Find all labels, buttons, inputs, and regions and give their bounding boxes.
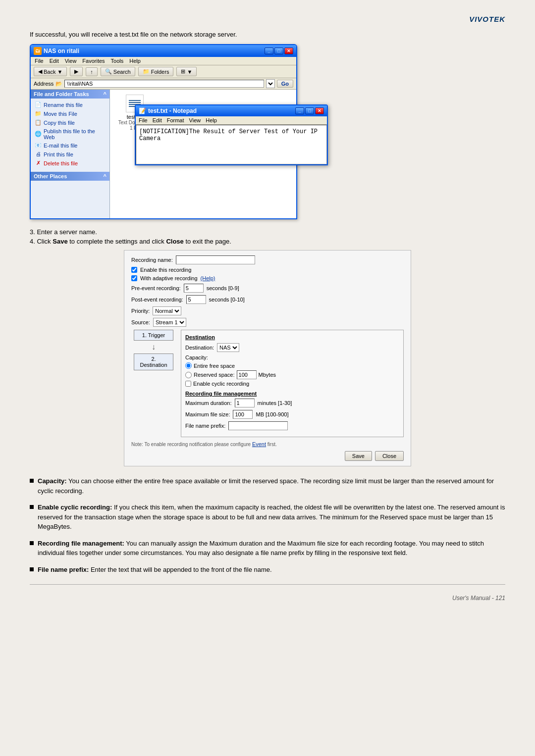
priority-select[interactable]: Normal <box>153 306 181 315</box>
forward-icon: ▶ <box>74 68 78 75</box>
notepad-maximize[interactable]: □ <box>305 107 314 114</box>
up-button[interactable]: ↑ <box>86 67 98 76</box>
file-tasks-header: File and Folder Tasks ^ <box>31 90 109 99</box>
notepad-title: test.txt - Notepad <box>148 107 197 114</box>
enable-recording-checkbox[interactable] <box>131 267 137 273</box>
np-menu-format[interactable]: Format <box>167 117 184 123</box>
nas-window-title: NAS on ritali <box>44 48 79 54</box>
sidebar-item-delete[interactable]: ✗ Delete this file <box>33 159 107 168</box>
folders-button[interactable]: 📁 Folders <box>138 67 174 76</box>
bullet-capacity-bold: Capacity: <box>38 477 67 485</box>
file-prefix-input[interactable] <box>228 421 288 430</box>
save-button[interactable]: Save <box>345 451 372 461</box>
notepad-content[interactable]: [NOTIFICATION]The Result of Server Test … <box>136 125 327 164</box>
bullet-square-2 <box>30 505 34 509</box>
menu-edit[interactable]: Edit <box>50 58 59 64</box>
search-icon: 🔍 <box>105 68 112 75</box>
sidebar-item-publish[interactable]: 🌐 Publish this file to the Web <box>33 127 107 141</box>
maximize-button[interactable]: □ <box>274 48 283 54</box>
entire-free-space-label: Entire free space <box>194 363 235 369</box>
reserved-value-input[interactable] <box>237 370 257 379</box>
forward-button[interactable]: ▶ <box>70 67 83 76</box>
folders-icon: 📁 <box>143 68 150 75</box>
reserved-space-row: Reserved space: Mbytes <box>185 370 399 379</box>
sidebar-item-rename[interactable]: 📄 Rename this file <box>33 101 107 109</box>
post-event-input[interactable] <box>186 295 206 304</box>
reserved-space-radio[interactable] <box>185 372 192 378</box>
go-button[interactable]: Go <box>277 80 293 88</box>
file-prefix-row: File name prefix: <box>185 421 399 430</box>
notepad-close[interactable]: ✕ <box>315 107 324 114</box>
np-menu-file[interactable]: File <box>139 117 148 123</box>
cyclic-label: Enable cyclic recording <box>193 381 249 387</box>
back-dropdown-icon: ▼ <box>57 69 62 75</box>
menu-favorites[interactable]: Favorites <box>82 58 105 64</box>
pre-event-label: Pre-event recording: <box>131 285 181 291</box>
max-filesize-row: Maximum file size: MB [100-900] <box>185 410 399 419</box>
np-menu-edit[interactable]: Edit <box>153 117 162 123</box>
priority-label: Priority: <box>131 308 150 314</box>
max-filesize-input[interactable] <box>233 410 253 419</box>
bullet-square-1 <box>30 479 34 483</box>
sidebar-item-print[interactable]: 🖨 Print this file <box>33 150 107 159</box>
other-places-header: Other Places ^ <box>31 172 109 181</box>
views-button[interactable]: ⊞▼ <box>176 67 197 76</box>
close-button-form[interactable]: Close <box>375 451 404 461</box>
notepad-menubar: File Edit Format View Help <box>136 116 327 125</box>
address-dropdown[interactable] <box>266 79 275 88</box>
back-label: Back <box>44 69 55 75</box>
bullet-prefix-text: Enter the text that will be appended to … <box>91 566 272 573</box>
adaptive-checkbox[interactable] <box>131 275 137 281</box>
help-link[interactable]: (Help) <box>201 275 215 281</box>
menu-tools[interactable]: Tools <box>111 58 124 64</box>
sidebar-item-copy[interactable]: 📋 Copy this file <box>33 118 107 127</box>
steps-section: 3. Enter a server name. 4. Click Save to… <box>30 228 505 245</box>
reserved-unit: Mbytes <box>259 372 276 378</box>
file-tasks-collapse-icon[interactable]: ^ <box>104 91 107 97</box>
address-folder-icon: 📂 <box>55 81 62 87</box>
entire-free-space-radio[interactable] <box>185 362 192 369</box>
close-button[interactable]: ✕ <box>284 48 293 54</box>
source-select[interactable]: Stream 1 <box>153 318 186 327</box>
move-icon: 📁 <box>35 110 42 117</box>
delete-icon: ✗ <box>35 160 42 167</box>
np-menu-view[interactable]: View <box>189 117 201 123</box>
event-link[interactable]: Event <box>252 441 266 447</box>
bullet-recording-mgmt: Recording file management: You can manua… <box>30 539 505 558</box>
other-places-collapse-icon[interactable]: ^ <box>104 173 107 179</box>
enable-recording-row: Enable this recording <box>131 267 404 273</box>
recording-name-input[interactable] <box>176 255 255 264</box>
sidebar-item-move[interactable]: 📁 Move this File <box>33 109 107 118</box>
destination-box-left[interactable]: 2. Destination <box>134 353 173 370</box>
minimize-button[interactable]: _ <box>265 48 273 54</box>
menu-view[interactable]: View <box>65 58 77 64</box>
max-duration-input[interactable] <box>235 399 255 407</box>
form-note: Note: To enable recording notification p… <box>131 441 404 447</box>
menu-file[interactable]: File <box>35 58 44 64</box>
menu-help[interactable]: Help <box>129 58 141 64</box>
nas-titlebar: 🗂 NAS on ritali _ □ ✕ <box>31 45 296 57</box>
recording-form: Recording name: Enable this recording Wi… <box>124 250 411 466</box>
bullet-square-4 <box>30 567 34 571</box>
np-menu-help[interactable]: Help <box>206 117 217 123</box>
trigger-column: 1. Trigger ↓ 2. Destination <box>131 330 176 437</box>
max-duration-label: Maximum duration: <box>185 400 232 406</box>
page-footer: User's Manual - 121 <box>30 595 505 602</box>
file-tasks-section: File and Folder Tasks ^ 📄 Rename this fi… <box>31 90 109 170</box>
pre-event-input[interactable] <box>184 284 204 293</box>
sidebar-item-email[interactable]: 📧 E-mail this file <box>33 141 107 150</box>
bullet-cyclic-bold: Enable cyclic recording: <box>38 504 112 511</box>
cyclic-checkbox[interactable] <box>185 381 191 387</box>
nas-window: 🗂 NAS on ritali _ □ ✕ File Edit View Fav… <box>30 44 297 219</box>
destination-select[interactable]: NAS <box>217 343 239 352</box>
recording-name-label: Recording name: <box>131 257 173 263</box>
notepad-minimize[interactable]: _ <box>295 107 304 114</box>
destination-section-title: Destination <box>185 334 399 340</box>
back-button[interactable]: ◀ Back ▼ <box>34 67 67 76</box>
form-buttons: Save Close <box>131 451 404 461</box>
nas-menubar: File Edit View Favorites Tools Help <box>31 57 296 65</box>
source-label: Source: <box>131 319 150 325</box>
address-input[interactable] <box>64 80 264 88</box>
trigger-box[interactable]: 1. Trigger <box>134 330 173 341</box>
search-button[interactable]: 🔍 Search <box>101 67 135 76</box>
